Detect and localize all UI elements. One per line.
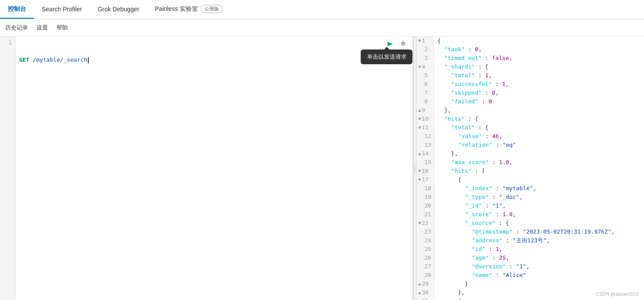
sub-nav-help[interactable]: 帮助: [57, 24, 68, 32]
result-line: ▼17 {: [417, 175, 644, 184]
sub-nav-history[interactable]: 历史记录: [5, 24, 28, 32]
editor-content[interactable]: GET /mytable/_search ▶ ⚙: [16, 36, 413, 300]
result-line: ▲14 },: [417, 149, 644, 158]
result-line: 2 "took" : 0,: [417, 45, 644, 54]
result-content[interactable]: ▼1 { 2 "took" : 0, 3 "timed_out" : false…: [417, 36, 644, 300]
wrench-button[interactable]: ⚙: [398, 38, 408, 49]
line-numbers: 1: [0, 36, 16, 300]
result-line: 3 "timed_out" : false,: [417, 54, 644, 63]
tab-console[interactable]: 控制台: [0, 0, 34, 19]
result-line: ▲30 },: [417, 288, 644, 297]
tab-search-profiler[interactable]: Search Profiler: [34, 0, 90, 19]
result-line: 6 "successful" : 1,: [417, 80, 644, 89]
result-line: 21 "_score" : 1.0,: [417, 210, 644, 219]
result-line: 28 "name" : "Alice": [417, 271, 644, 280]
result-line: 23 "@timestamp" : "2023-05-02T20:31:19.9…: [417, 227, 644, 236]
result-line: ▲29 }: [417, 280, 644, 288]
result-line: 26 "age" : 25,: [417, 254, 644, 262]
result-line: ▼16 "hits" : [: [417, 167, 644, 175]
editor-toolbar-icons: ▶ ⚙: [385, 38, 408, 49]
method-token: GET: [19, 56, 29, 64]
result-line: ▼10 "hits" : {: [417, 115, 644, 123]
result-line: ▼4 "_shards" : {: [417, 63, 644, 71]
result-line: ▼31 {: [417, 297, 644, 300]
result-line: 20 "_id" : "1",: [417, 201, 644, 210]
result-line: 13 "relation" : "eq": [417, 141, 644, 149]
result-panel: ▼1 { 2 "took" : 0, 3 "timed_out" : false…: [417, 36, 644, 300]
tab-painless-lab[interactable]: Painless 实验室 公测版: [147, 0, 230, 19]
editor-panel: 单击以发送请求 1 GET /mytable/_search ▶ ⚙: [0, 36, 413, 300]
result-line: 27 "@version" : "1",: [417, 262, 644, 271]
result-line: ▼1 {: [417, 36, 644, 45]
beta-badge: 公测版: [200, 5, 223, 13]
tab-grok-debugger[interactable]: Grok Debugger: [90, 0, 147, 19]
editor-area[interactable]: 单击以发送请求 1 GET /mytable/_search ▶ ⚙: [0, 36, 413, 300]
result-line: ▼11 "total" : {: [417, 123, 644, 132]
main-content: 单击以发送请求 1 GET /mytable/_search ▶ ⚙: [0, 36, 644, 300]
drag-handle[interactable]: ⋮: [413, 36, 417, 300]
play-button[interactable]: ▶: [385, 38, 395, 49]
code-editor[interactable]: 1 GET /mytable/_search ▶ ⚙: [0, 36, 413, 300]
result-line: ▲9 },: [417, 106, 644, 115]
result-line: 7 "skipped" : 0,: [417, 89, 644, 97]
sub-nav: 历史记录 设置 帮助: [0, 19, 644, 36]
result-line: 19 "_type" : "_doc",: [417, 193, 644, 201]
result-line: 8 "failed" : 0: [417, 97, 644, 106]
url-token: /mytable/_search: [29, 56, 88, 64]
result-line: 15 "max_score" : 1.0,: [417, 158, 644, 167]
result-line: ▼22 "_source" : {: [417, 219, 644, 227]
top-nav: 控制台 Search Profiler Grok Debugger Painle…: [0, 0, 644, 19]
result-line: 25 "id" : 1,: [417, 245, 644, 254]
result-line: 18 "_index" : "mytable",: [417, 184, 644, 193]
result-line: 5 "total" : 1,: [417, 71, 644, 80]
result-line: 12 "value" : 46,: [417, 132, 644, 141]
editor-line-1: GET /mytable/_search: [19, 56, 409, 64]
sub-nav-settings[interactable]: 设置: [37, 24, 48, 32]
result-line: 24 "address" : "主街123号",: [417, 236, 644, 245]
